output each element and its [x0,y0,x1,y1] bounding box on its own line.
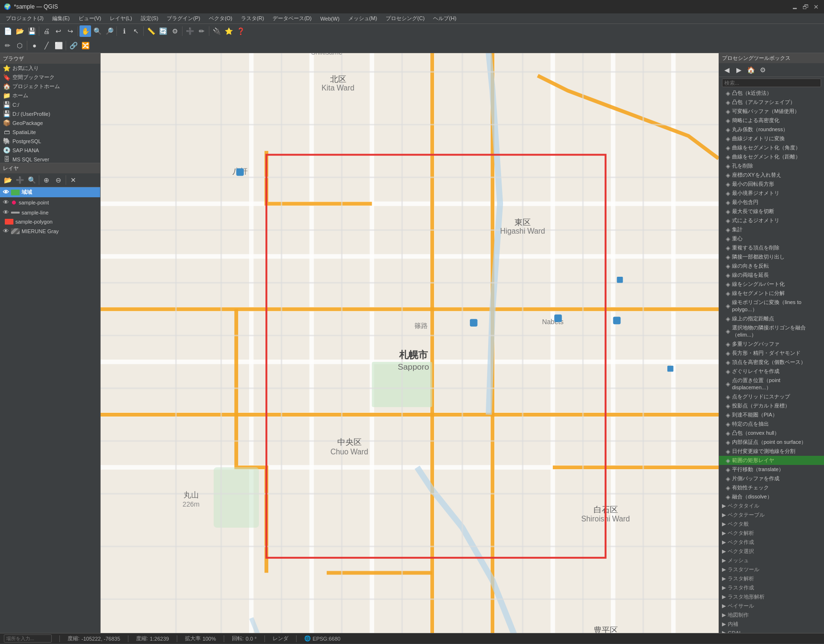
tools-item-----------[interactable]: ◈線をシングルパート化 [719,280,824,289]
browser-item----[interactable]: 📁ホーム [0,91,100,100]
menu-item-ヘルプ[interactable]: ヘルプ(H) [429,14,460,23]
zoom-in-button[interactable]: 🔍 [92,25,103,37]
tools-group------[interactable]: ▶ベクタ選択 [719,547,824,556]
tools-group------[interactable]: ▶ラスタ解析 [719,574,824,583]
menu-item-ビュー[interactable]: ビュー(V) [75,14,105,23]
tools-item--------------[interactable]: ◈曲線をセグメント化（距離） [719,152,824,161]
tools-group------[interactable]: ▶ベクタ作成 [719,538,824,547]
browser-item-ms-sql-server[interactable]: 🗄MS SQL Server [0,155,100,163]
tools-forward-button[interactable]: ▶ [733,64,744,76]
layers-content[interactable]: 👁 域域 👁 sample-point 👁 sample-line sample… [0,187,100,633]
undo-button[interactable]: ↩ [53,25,64,37]
menu-item-メッシュ[interactable]: メッシュ(M) [344,14,381,23]
tools-group-gdal[interactable]: ▶GDAL [719,629,824,633]
maximize-button[interactable]: 🗗 [801,2,810,11]
select-button[interactable]: ↖ [130,25,142,37]
tools-item------------[interactable]: ◈点をグリッドにスナップ [719,392,824,401]
tools-item----k----[interactable]: ◈凸包（k近傍法） [719,89,824,98]
menu-item-データベース[interactable]: データベース(D) [269,14,315,23]
tools-item----convex-hull-[interactable]: ◈凸包（convex hull） [719,429,824,438]
tools-group------[interactable]: ▶ラスタ作成 [719,583,824,592]
menu-item-ベクタ[interactable]: ベクタ(O) [205,14,236,23]
browser-item-spatialite[interactable]: 🗃SpatiaLite [0,127,100,136]
layer-visibility-toggle[interactable]: 👁 [3,189,9,196]
tools-item--------[interactable]: ◈有効性チェック [719,483,824,492]
tools-group--------[interactable]: ▶ベクタテーブル [719,510,824,520]
collapse-layer-btn[interactable]: ⊖ [53,174,64,186]
new-layer-button[interactable]: ➕ [184,25,195,37]
map-area[interactable]: 北区 Kita Ward 東区 Higashi Ward 札幌市 Sapporo… [101,53,719,633]
tools-item-------------[interactable]: ◈日付変更線で測地線を分割 [719,447,824,456]
tools-item---------[interactable]: ◈最小の回転長方形 [719,180,824,189]
tools-item-------point-on-surface-[interactable]: ◈内部保証点（point on surface） [719,438,824,447]
redo-button[interactable]: ↪ [65,25,76,37]
zoom-out-button[interactable]: 🔎 [103,25,115,37]
close-button[interactable]: ✕ [812,2,820,11]
expand-layer-btn[interactable]: ⊕ [41,174,52,186]
tools-group-----[interactable]: ▶ベクタ般 [719,520,824,529]
tools-item-----[interactable]: ◈孔を削除 [719,161,824,170]
node-button[interactable]: ⬡ [14,40,25,51]
digitize-point-button[interactable]: ● [29,40,40,51]
menu-item-プロセシング[interactable]: プロセシング(C) [382,14,428,23]
browser-item-geopackage[interactable]: 📦GeoPackage [0,118,100,127]
tools-item--------[interactable]: ◈線の向きを反転 [719,261,824,271]
browser-item------[interactable]: ⭐お気に入り [0,64,100,73]
digitize-polygon-button[interactable]: ⬜ [53,40,64,51]
tools-item----------[interactable]: ◈ざぐりレイヤを作成 [719,367,824,376]
tools-item---[interactable]: ◈重心 [719,234,824,243]
minimize-button[interactable]: 🗕 [790,2,799,11]
tools-item----------[interactable]: ◈式によるジオメトリ [719,216,824,225]
layer-item-sample-polygon[interactable]: sample-polygon [0,217,100,226]
new-project-button[interactable]: 📄 [2,25,13,37]
tools-item------roundness-[interactable]: ◈丸み係数（roundness） [719,125,824,134]
topology-button[interactable]: 🔀 [80,40,91,51]
digitize-button[interactable]: ✏ [196,25,207,37]
tools-list[interactable]: ◈凸包（k近傍法）◈凸包（アルファシェイプ）◈可変幅バッファ（M値使用）◈簡略に… [719,89,824,633]
browser-item-d----userprofile-[interactable]: 💾D:/ (UserProfile) [0,109,100,118]
tools-item----------[interactable]: ◈片側バッファを作成 [719,474,824,483]
tools-group-------[interactable]: ▶ラスタツール [719,565,824,574]
remove-layer-btn[interactable]: ✕ [68,174,79,186]
save-project-button[interactable]: 💾 [26,25,37,37]
tools-item------[interactable]: ◈最小包含円 [719,198,824,207]
tools-home-button[interactable]: 🏠 [745,64,756,76]
layer-properties-button[interactable]: ⚙ [169,25,181,37]
tools-item---------[interactable]: ◈範囲の矩形レイヤ [719,456,824,465]
tools-item-----------[interactable]: ◈線をセグメントに分解 [719,289,824,298]
tools-item--------[interactable]: ◈線の両端を延長 [719,271,824,280]
tools-group------[interactable]: ▶ベイサール [719,601,824,610]
tools-item-------------[interactable]: ◈凸包（アルファシェイプ） [719,98,824,107]
layer-visibility-toggle[interactable]: 👁 [3,199,9,206]
tools-item---------[interactable]: ◈最大長で線を切断 [719,207,824,216]
identify-button[interactable]: ℹ [118,25,130,37]
help-button[interactable]: ❓ [235,25,246,37]
browser-item-sap-hana[interactable]: 💿SAP HANA [0,146,100,155]
tools-item---------m----[interactable]: ◈可変幅バッファ（M値使用） [719,107,824,116]
statusbar-render[interactable]: レンダ [273,635,288,642]
tools-item------------[interactable]: ◈投影点（デカルト座標） [719,401,824,410]
tools-item----------------elim----[interactable]: ◈選択地物の隣接ポリゴンを融合（elim...） [719,323,824,339]
browser-item----------[interactable]: 🏠プロジェクトホーム [0,82,100,91]
tools-item--------[interactable]: ◈特定の点を抽出 [719,419,824,429]
browser-item-c--[interactable]: 💾C:/ [0,100,100,109]
layer-visibility-toggle[interactable]: 👁 [3,227,9,235]
browser-content[interactable]: ⭐お気に入り🔖空間ブックマーク🏠プロジェクトホーム📁ホーム💾C:/💾D:/ (U… [0,64,100,163]
tools-item--------------[interactable]: ◈長方形・精円・ダイヤモンド [719,349,824,358]
refresh-button[interactable]: 🔄 [157,25,169,37]
plugin-button[interactable]: 🔌 [211,25,222,37]
menu-item-プロジェクト[interactable]: プロジェクト(J) [2,14,47,23]
print-button[interactable]: 🖨 [41,25,52,37]
tools-group--------[interactable]: ▶ラスタ地形解析 [719,592,824,601]
browser-item---------[interactable]: 🔖空間ブックマーク [0,73,100,82]
menu-item-Web[interactable]: Web(W) [316,15,343,23]
tools-group------[interactable]: ▶ベクタ解析 [719,529,824,538]
snapping-button[interactable]: 🔗 [68,40,79,51]
statusbar-search-input[interactable] [4,634,52,643]
measure-button[interactable]: 📏 [145,25,157,37]
digitize-line-button[interactable]: ╱ [41,40,52,51]
tools-item----xy-----[interactable]: ◈座標のXYを入れ替え [719,170,824,180]
tools-back-button[interactable]: ◀ [721,64,732,76]
tools-item-----------[interactable]: ◈曲線ジオメトリに変換 [719,134,824,143]
tools-item----dissolve-[interactable]: ◈融合（dissolve） [719,492,824,501]
